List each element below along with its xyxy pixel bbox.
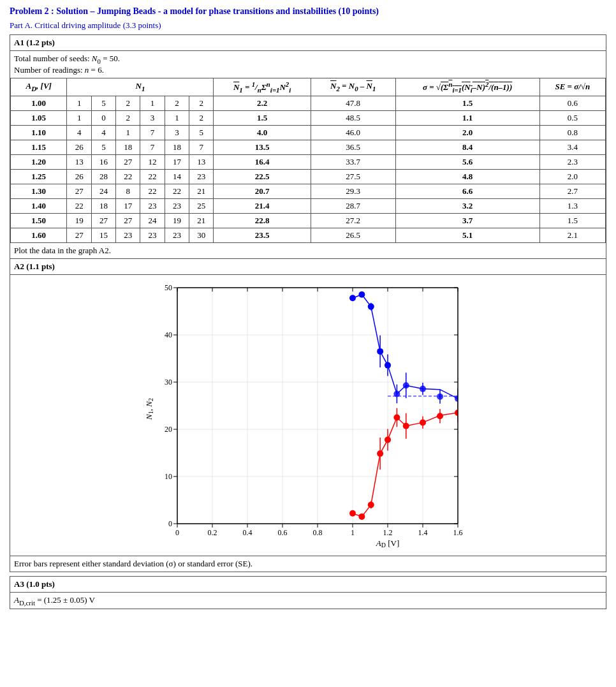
table-cell-ad: 1.60 — [11, 228, 67, 242]
table-cell-reading: 1 — [116, 125, 140, 140]
table-cell-reading: 4 — [91, 125, 115, 140]
table-cell-n1bar: 21.4 — [214, 198, 311, 213]
intro-line2: Number of readings: n = 6. — [14, 65, 602, 75]
table-cell-se: 2.0 — [539, 169, 605, 184]
table-cell-reading: 4 — [67, 125, 91, 140]
table-cell-sigma: 3.2 — [395, 198, 539, 213]
svg-text:1.6: 1.6 — [453, 528, 463, 537]
table-cell-reading: 1 — [67, 110, 91, 125]
table-cell-reading: 7 — [140, 140, 165, 154]
table-cell-reading: 23 — [140, 198, 165, 213]
a3-header: A3 (1.0 pts) — [10, 577, 606, 593]
problem-title: Problem 2 : Solution – Jumping Beads - a… — [10, 6, 606, 17]
table-cell-n2bar: 27.2 — [311, 213, 395, 228]
svg-point-76 — [368, 501, 374, 508]
svg-point-82 — [393, 414, 400, 420]
table-cell-sigma: 1.1 — [395, 110, 539, 125]
svg-text:0.6: 0.6 — [278, 528, 288, 537]
table-cell-ad: 1.10 — [11, 125, 67, 140]
svg-text:AD [V]: AD [V] — [376, 538, 399, 549]
table-cell-reading: 22 — [165, 184, 189, 198]
table-cell-n2bar: 28.7 — [311, 198, 395, 213]
table-cell-sigma: 6.6 — [395, 184, 539, 198]
table-cell-se: 2.1 — [539, 228, 605, 242]
svg-point-74 — [358, 513, 365, 519]
table-cell-n2bar: 48.5 — [311, 110, 395, 125]
table-cell-reading: 0 — [91, 110, 115, 125]
intro-text: Total number of seeds: N0 = 50. Number o… — [10, 51, 606, 78]
table-cell-n2bar: 46.0 — [311, 125, 395, 140]
svg-text:10: 10 — [165, 472, 172, 481]
a1-header: A1 (1.2 pts) — [10, 35, 606, 51]
table-cell-se: 1.5 — [539, 213, 605, 228]
table-cell-sigma: 1.5 — [395, 96, 539, 110]
table-cell-reading: 2 — [116, 110, 140, 125]
svg-point-62 — [393, 390, 400, 397]
table-cell-reading: 23 — [165, 198, 189, 213]
svg-point-80 — [385, 436, 391, 443]
svg-text:30: 30 — [165, 378, 172, 387]
svg-text:0.4: 0.4 — [243, 528, 253, 537]
table-cell-se: 2.7 — [539, 184, 605, 198]
main-box: A1 (1.2 pts) Total number of seeds: N0 =… — [10, 34, 606, 572]
table-cell-sigma: 8.4 — [395, 140, 539, 154]
table-cell-n1bar: 2.2 — [214, 96, 311, 110]
error-note: Error bars represent either standard dev… — [10, 556, 606, 572]
svg-point-88 — [437, 413, 443, 419]
data-table: AD, [V] N1 N1 = 1/nΣni=1N2i N2 = N0 – N1… — [10, 78, 606, 243]
table-cell-reading: 23 — [116, 228, 140, 242]
svg-point-72 — [349, 510, 356, 516]
table-cell-reading: 23 — [165, 228, 189, 242]
part-a-title: Part A. Critical driving amplitude (3.3 … — [10, 20, 606, 31]
table-cell-reading: 2 — [116, 96, 140, 110]
page: Problem 2 : Solution – Jumping Beads - a… — [0, 0, 616, 616]
table-cell-ad: 1.05 — [11, 110, 67, 125]
table-cell-se: 2.3 — [539, 154, 605, 169]
table-cell-n2bar: 27.5 — [311, 169, 395, 184]
col-header-n1: N1 — [67, 78, 214, 96]
svg-point-60 — [385, 362, 391, 368]
svg-point-84 — [403, 422, 409, 429]
table-cell-reading: 1 — [140, 96, 165, 110]
table-cell-reading: 5 — [91, 96, 115, 110]
table-cell-reading: 18 — [116, 140, 140, 154]
table-cell-reading: 22 — [140, 184, 165, 198]
table-cell-reading: 24 — [91, 184, 115, 198]
svg-point-58 — [377, 348, 383, 354]
table-cell-sigma: 4.8 — [395, 169, 539, 184]
svg-text:1: 1 — [351, 528, 355, 537]
col-header-n1bar: N1 = 1/nΣni=1N2i — [214, 78, 311, 96]
svg-text:0.2: 0.2 — [208, 528, 217, 537]
table-cell-reading: 26 — [67, 140, 91, 154]
svg-text:0: 0 — [168, 519, 172, 528]
a3-section: A3 (1.0 pts) AD,crit = (1.25 ± 0.05) V — [10, 576, 606, 610]
table-cell-reading: 5 — [189, 125, 214, 140]
table-cell-reading: 5 — [91, 140, 115, 154]
table-cell-n1bar: 4.0 — [214, 125, 311, 140]
a2-header: A2 (1.1 pts) — [10, 258, 606, 275]
table-cell-se: 0.8 — [539, 125, 605, 140]
svg-point-64 — [403, 382, 409, 388]
table-cell-reading: 21 — [189, 184, 214, 198]
table-cell-se: 0.6 — [539, 96, 605, 110]
table-cell-reading: 1 — [67, 96, 91, 110]
table-cell-reading: 27 — [91, 213, 115, 228]
svg-text:0.8: 0.8 — [313, 528, 323, 537]
table-cell-ad: 1.30 — [11, 184, 67, 198]
chart-svg: 0 0.2 0.4 0.6 0.8 1 1.2 1.4 1.6 AD [V] 0… — [139, 281, 471, 549]
table-cell-ad: 1.00 — [11, 96, 67, 110]
table-cell-n1bar: 13.5 — [214, 140, 311, 154]
table-cell-ad: 1.50 — [11, 213, 67, 228]
table-cell-reading: 27 — [67, 228, 91, 242]
table-cell-reading: 1 — [165, 110, 189, 125]
table-cell-reading: 2 — [189, 96, 214, 110]
plot-note: Plot the data in the graph A2. — [10, 243, 606, 258]
a3-content: AD,crit = (1.25 ± 0.05) V — [10, 593, 606, 609]
svg-point-66 — [420, 385, 426, 392]
svg-point-52 — [349, 295, 356, 301]
svg-text:20: 20 — [165, 425, 172, 434]
table-cell-reading: 19 — [67, 213, 91, 228]
table-cell-reading: 3 — [165, 125, 189, 140]
svg-text:1.4: 1.4 — [418, 528, 428, 537]
table-cell-reading: 17 — [165, 154, 189, 169]
